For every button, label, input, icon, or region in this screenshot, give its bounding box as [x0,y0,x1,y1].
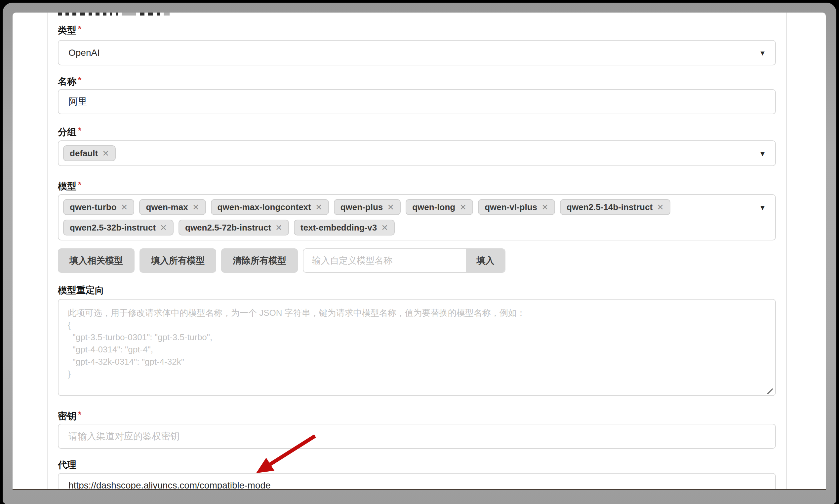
fill-custom-model-button[interactable]: 填入 [466,249,505,272]
group-select[interactable]: default✕ ▼ [58,140,776,166]
model-tag[interactable]: qwen2.5-14b-instruct✕ [560,199,670,215]
clear-all-models-button[interactable]: 清除所有模型 [221,248,298,273]
channel-form-card: 类型* OpenAI ▼ 名称* 分组* default✕ ▼ 模型* [47,13,787,489]
group-label: 分组* [58,126,776,138]
model-tag[interactable]: qwen2.5-32b-instruct✕ [63,220,174,235]
window-frame: 类型* OpenAI ▼ 名称* 分组* default✕ ▼ 模型* [3,3,836,504]
type-select[interactable]: OpenAI ▼ [58,40,776,66]
models-select[interactable]: qwen-turbo✕qwen-max✕qwen-max-longcontext… [58,194,776,240]
custom-model-group: 填入 [303,248,506,273]
model-buttons-row: 填入相关模型 填入所有模型 清除所有模型 填入 [58,248,776,273]
model-tag-label: qwen-long [412,202,455,212]
custom-model-input[interactable] [304,249,466,272]
remove-tag-icon[interactable]: ✕ [381,223,388,232]
required-asterisk: * [78,75,81,85]
model-tag-label: qwen-max-longcontext [218,202,311,212]
model-tag[interactable]: qwen-long✕ [406,199,473,215]
model-tag[interactable]: qwen-max✕ [139,199,206,215]
model-tag-list: qwen-turbo✕qwen-max✕qwen-max-longcontext… [63,199,755,235]
remove-tag-icon[interactable]: ✕ [275,223,282,232]
model-tag-label: text-embedding-v3 [301,222,377,233]
required-asterisk: * [78,24,81,34]
chevron-down-icon[interactable]: ▼ [759,49,766,56]
remove-tag-icon[interactable]: ✕ [387,203,394,211]
model-tag[interactable]: qwen2.5-72b-instruct✕ [178,220,289,235]
fill-related-models-button[interactable]: 填入相关模型 [58,248,135,273]
model-tag-label: qwen2.5-72b-instruct [185,222,271,233]
required-asterisk: * [78,410,81,419]
proxy-label: 代理 [58,460,776,471]
model-tag-label: qwen-plus [341,202,383,212]
remove-tag-icon[interactable]: ✕ [657,203,664,211]
name-input[interactable] [58,89,776,114]
model-tag[interactable]: qwen-turbo✕ [63,199,134,215]
model-mapping-textarea[interactable] [58,299,776,396]
key-input[interactable] [58,424,776,449]
model-tag[interactable]: qwen-max-longcontext✕ [211,199,329,215]
model-tag-label: qwen-turbo [70,202,117,212]
required-asterisk: * [78,126,81,136]
model-tag[interactable]: qwen-plus✕ [334,199,401,215]
type-label: 类型* [58,25,776,36]
key-label: 密钥* [58,411,776,422]
model-tag-label: qwen-max [146,202,188,212]
name-label: 名称* [58,76,776,87]
remove-tag-icon[interactable]: ✕ [192,203,199,211]
remove-tag-icon[interactable]: ✕ [121,203,128,211]
models-label: 模型* [58,181,776,192]
chevron-down-icon[interactable]: ▼ [759,150,766,157]
model-tag-label: qwen2.5-32b-instruct [70,222,156,233]
required-asterisk: * [78,180,81,190]
group-tag[interactable]: default✕ [63,145,116,161]
remove-tag-icon[interactable]: ✕ [160,223,167,232]
remove-tag-icon[interactable]: ✕ [460,203,466,211]
model-tag[interactable]: qwen-vl-plus✕ [478,199,555,215]
clipped-header-text [58,13,776,16]
type-select-value: OpenAI [68,48,100,58]
remove-tag-icon[interactable]: ✕ [542,203,548,211]
fill-all-models-button[interactable]: 填入所有模型 [139,248,216,273]
model-tag-label: qwen2.5-14b-instruct [567,202,653,212]
model-tag-label: qwen-vl-plus [485,202,537,212]
model-mapping-wrap [58,296,776,397]
remove-tag-icon[interactable]: ✕ [102,149,109,158]
group-tag-label: default [70,148,98,159]
model-tag[interactable]: text-embedding-v3✕ [294,220,395,235]
model-mapping-label: 模型重定向 [58,285,776,296]
group-tag-list: default✕ [63,145,116,161]
proxy-input[interactable] [58,473,776,490]
remove-tag-icon[interactable]: ✕ [315,203,322,211]
page-content: 类型* OpenAI ▼ 名称* 分组* default✕ ▼ 模型* [13,13,826,490]
chevron-down-icon[interactable]: ▼ [759,204,766,211]
